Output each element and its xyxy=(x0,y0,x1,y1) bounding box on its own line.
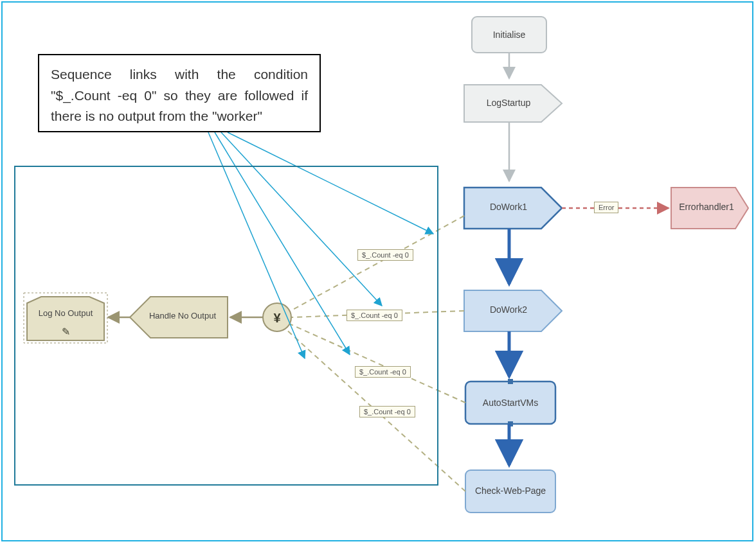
node-logstartup[interactable] xyxy=(464,85,562,122)
node-dowork2[interactable] xyxy=(464,290,562,331)
link-label-error: Error xyxy=(594,202,618,213)
diagram-frame: ¥ ✎ Initialise LogStartup DoWork1 DoWork… xyxy=(1,1,753,541)
selection-rectangle xyxy=(14,166,438,486)
annotation-text: Sequence links with the condition "$_.Co… xyxy=(51,67,308,123)
svg-rect-1 xyxy=(465,382,555,424)
svg-rect-0 xyxy=(472,17,546,53)
svg-rect-2 xyxy=(508,379,513,384)
node-initialise[interactable] xyxy=(472,17,546,53)
annotation-box: Sequence links with the condition "$_.Co… xyxy=(38,54,321,132)
node-autostartvms[interactable] xyxy=(465,379,555,426)
node-errorhandler1[interactable] xyxy=(671,188,748,229)
node-checkwebpage[interactable] xyxy=(465,470,555,513)
node-dowork1[interactable] xyxy=(464,188,562,229)
svg-rect-4 xyxy=(465,470,555,513)
